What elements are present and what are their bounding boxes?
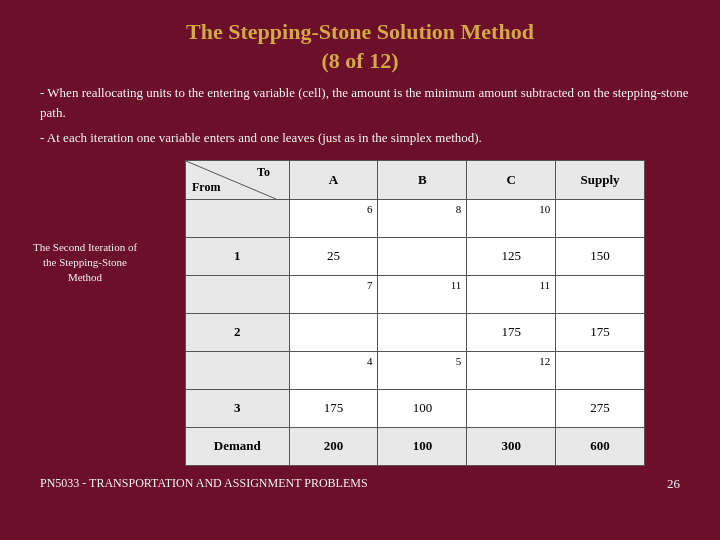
from-to-header: To From	[186, 160, 290, 199]
row-label-empty2	[186, 275, 290, 313]
col-header-b: B	[378, 160, 467, 199]
footer-right: 26	[667, 476, 680, 492]
left-label: The Second Iteration of the Stepping-Sto…	[30, 160, 140, 286]
cell-3c-val	[467, 389, 556, 427]
supply-empty1	[556, 199, 645, 237]
table-row: 1 25 125 150	[186, 237, 645, 275]
cell-2c-val: 175	[467, 313, 556, 351]
demand-c: 300	[467, 427, 556, 465]
footer-left: PN5033 - TRANSPORTATION AND ASSIGNMENT P…	[40, 476, 368, 492]
cell-3b-cost: 5	[378, 351, 467, 389]
table-row: 2 175 175	[186, 313, 645, 351]
left-label-line3: Method	[68, 271, 102, 283]
cell-3b-val: 100	[378, 389, 467, 427]
cell-3a-val: 175	[289, 389, 378, 427]
cell-1c-cost: 10	[467, 199, 556, 237]
cell-1b-val	[378, 237, 467, 275]
title-line1: The Stepping-Stone Solution Method (8 of…	[30, 18, 690, 75]
row-label-empty3	[186, 351, 290, 389]
col-header-a: A	[289, 160, 378, 199]
cell-2a-val	[289, 313, 378, 351]
row-label-3: 3	[186, 389, 290, 427]
demand-total: 600	[556, 427, 645, 465]
title-area: The Stepping-Stone Solution Method (8 of…	[30, 18, 690, 75]
cell-1b-cost: 8	[378, 199, 467, 237]
transportation-table: To From A B C Supply 6 8	[185, 160, 645, 466]
to-label: To	[257, 165, 270, 180]
supply-empty2	[556, 275, 645, 313]
cell-2b-cost: 11	[378, 275, 467, 313]
title-line1-text: The Stepping-Stone Solution Method	[186, 19, 534, 44]
cell-1a-cost: 6	[289, 199, 378, 237]
row-label-2: 2	[186, 313, 290, 351]
cell-2c-cost: 11	[467, 275, 556, 313]
supply-3: 275	[556, 389, 645, 427]
cell-3c-cost: 12	[467, 351, 556, 389]
left-label-line1: The Second Iteration of	[33, 241, 137, 253]
table-row: 6 8 10	[186, 199, 645, 237]
col-header-supply: Supply	[556, 160, 645, 199]
cell-1a-val: 25	[289, 237, 378, 275]
row-label-empty1	[186, 199, 290, 237]
footer-area: PN5033 - TRANSPORTATION AND ASSIGNMENT P…	[30, 476, 690, 492]
left-label-line2: the Stepping-Stone	[43, 256, 127, 268]
title-line2-text: (8 of 12)	[322, 48, 399, 73]
demand-row: Demand 200 100 300 600	[186, 427, 645, 465]
table-row: 3 175 100 275	[186, 389, 645, 427]
body-para2: - At each iteration one variable enters …	[30, 128, 690, 148]
from-label: From	[192, 180, 220, 195]
cell-2b-val	[378, 313, 467, 351]
cell-3a-cost: 4	[289, 351, 378, 389]
supply-empty3	[556, 351, 645, 389]
table-row: 4 5 12	[186, 351, 645, 389]
table-header-row: To From A B C Supply	[186, 160, 645, 199]
slide-container: The Stepping-Stone Solution Method (8 of…	[0, 0, 720, 540]
supply-2: 175	[556, 313, 645, 351]
col-header-c: C	[467, 160, 556, 199]
table-wrapper: To From A B C Supply 6 8	[140, 160, 690, 466]
body-para1: - When reallocating units to the enterin…	[30, 83, 690, 122]
cell-2a-cost: 7	[289, 275, 378, 313]
demand-a: 200	[289, 427, 378, 465]
table-row: 7 11 11	[186, 275, 645, 313]
cell-1c-val: 125	[467, 237, 556, 275]
content-area: The Second Iteration of the Stepping-Sto…	[30, 160, 690, 466]
demand-b: 100	[378, 427, 467, 465]
demand-label: Demand	[186, 427, 290, 465]
row-label-1: 1	[186, 237, 290, 275]
supply-1: 150	[556, 237, 645, 275]
